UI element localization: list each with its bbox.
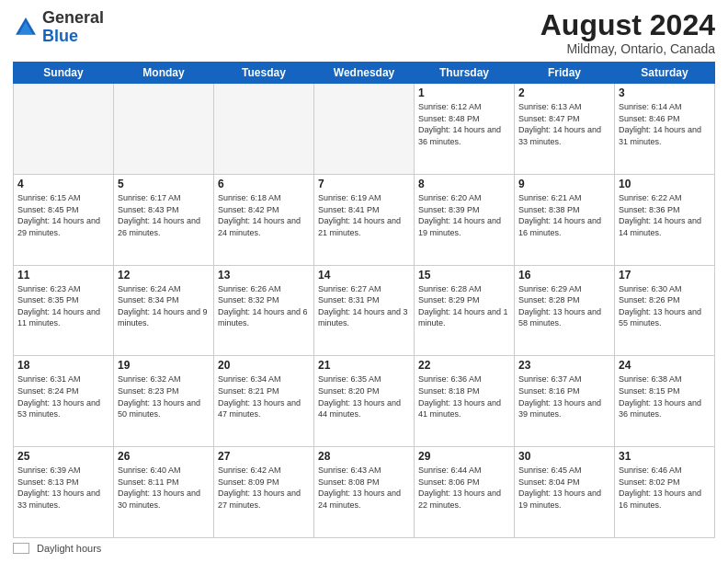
day-info: Sunrise: 6:31 AM Sunset: 8:24 PM Dayligh…: [17, 373, 109, 419]
calendar-cell: 22Sunrise: 6:36 AM Sunset: 8:18 PM Dayli…: [415, 356, 515, 447]
day-info: Sunrise: 6:39 AM Sunset: 8:13 PM Dayligh…: [17, 465, 109, 511]
day-info: Sunrise: 6:14 AM Sunset: 8:46 PM Dayligh…: [619, 101, 711, 147]
calendar-header-row: SundayMondayTuesdayWednesdayThursdayFrid…: [14, 63, 715, 84]
day-info: Sunrise: 6:23 AM Sunset: 8:35 PM Dayligh…: [17, 283, 109, 329]
day-number: 2: [518, 86, 610, 99]
page: General Blue August 2024 Mildmay, Ontari…: [0, 0, 728, 563]
calendar-cell: 16Sunrise: 6:29 AM Sunset: 8:28 PM Dayli…: [515, 265, 615, 356]
header: General Blue August 2024 Mildmay, Ontari…: [13, 9, 715, 56]
calendar-cell: 3Sunrise: 6:14 AM Sunset: 8:46 PM Daylig…: [615, 84, 715, 175]
header-tuesday: Tuesday: [214, 63, 314, 84]
calendar-cell: [14, 84, 114, 175]
subtitle: Mildmay, Ontario, Canada: [540, 41, 715, 56]
calendar-cell: [114, 84, 214, 175]
day-number: 28: [318, 450, 410, 463]
calendar-cell: 23Sunrise: 6:37 AM Sunset: 8:16 PM Dayli…: [515, 356, 615, 447]
calendar-cell: 12Sunrise: 6:24 AM Sunset: 8:34 PM Dayli…: [114, 265, 214, 356]
day-info: Sunrise: 6:15 AM Sunset: 8:45 PM Dayligh…: [17, 192, 109, 238]
day-info: Sunrise: 6:22 AM Sunset: 8:36 PM Dayligh…: [619, 192, 711, 238]
week-row-5: 25Sunrise: 6:39 AM Sunset: 8:13 PM Dayli…: [14, 447, 715, 538]
calendar-cell: 13Sunrise: 6:26 AM Sunset: 8:32 PM Dayli…: [214, 265, 314, 356]
day-number: 7: [318, 178, 410, 190]
header-friday: Friday: [515, 63, 615, 84]
day-info: Sunrise: 6:37 AM Sunset: 8:16 PM Dayligh…: [518, 373, 610, 419]
calendar-cell: 25Sunrise: 6:39 AM Sunset: 8:13 PM Dayli…: [14, 447, 114, 538]
day-number: 13: [218, 269, 310, 282]
day-info: Sunrise: 6:26 AM Sunset: 8:32 PM Dayligh…: [218, 283, 310, 329]
day-number: 12: [118, 269, 210, 282]
calendar-cell: [214, 84, 314, 175]
day-number: 6: [218, 178, 310, 190]
day-info: Sunrise: 6:43 AM Sunset: 8:08 PM Dayligh…: [318, 465, 410, 511]
day-info: Sunrise: 6:44 AM Sunset: 8:06 PM Dayligh…: [418, 465, 510, 511]
day-info: Sunrise: 6:21 AM Sunset: 8:38 PM Dayligh…: [518, 192, 610, 238]
day-number: 1: [418, 86, 510, 99]
calendar-cell: 31Sunrise: 6:46 AM Sunset: 8:02 PM Dayli…: [615, 447, 715, 538]
header-sunday: Sunday: [14, 63, 114, 84]
day-number: 24: [619, 359, 711, 372]
day-info: Sunrise: 6:35 AM Sunset: 8:20 PM Dayligh…: [318, 373, 410, 419]
logo-general: General: [42, 8, 104, 27]
day-info: Sunrise: 6:27 AM Sunset: 8:31 PM Dayligh…: [318, 283, 410, 329]
day-info: Sunrise: 6:13 AM Sunset: 8:47 PM Dayligh…: [518, 101, 610, 147]
calendar-cell: 2Sunrise: 6:13 AM Sunset: 8:47 PM Daylig…: [515, 84, 615, 175]
day-number: 10: [619, 178, 711, 190]
calendar-cell: 5Sunrise: 6:17 AM Sunset: 8:43 PM Daylig…: [114, 174, 214, 265]
day-number: 16: [518, 269, 610, 282]
day-number: 21: [318, 359, 410, 372]
day-info: Sunrise: 6:24 AM Sunset: 8:34 PM Dayligh…: [118, 283, 210, 329]
calendar-cell: 10Sunrise: 6:22 AM Sunset: 8:36 PM Dayli…: [615, 174, 715, 265]
title-block: August 2024 Mildmay, Ontario, Canada: [540, 9, 715, 56]
day-number: 9: [518, 178, 610, 190]
calendar-cell: 14Sunrise: 6:27 AM Sunset: 8:31 PM Dayli…: [314, 265, 415, 356]
day-info: Sunrise: 6:36 AM Sunset: 8:18 PM Dayligh…: [418, 373, 510, 419]
calendar-cell: 21Sunrise: 6:35 AM Sunset: 8:20 PM Dayli…: [314, 356, 415, 447]
day-info: Sunrise: 6:12 AM Sunset: 8:48 PM Dayligh…: [418, 101, 510, 147]
day-info: Sunrise: 6:18 AM Sunset: 8:42 PM Dayligh…: [218, 192, 310, 238]
calendar-cell: 19Sunrise: 6:32 AM Sunset: 8:23 PM Dayli…: [114, 356, 214, 447]
calendar-cell: 11Sunrise: 6:23 AM Sunset: 8:35 PM Dayli…: [14, 265, 114, 356]
calendar-table: SundayMondayTuesdayWednesdayThursdayFrid…: [13, 62, 715, 538]
day-number: 4: [17, 178, 109, 190]
calendar-cell: 18Sunrise: 6:31 AM Sunset: 8:24 PM Dayli…: [14, 356, 114, 447]
calendar-cell: 8Sunrise: 6:20 AM Sunset: 8:39 PM Daylig…: [415, 174, 515, 265]
legend-box: [13, 543, 29, 554]
day-info: Sunrise: 6:34 AM Sunset: 8:21 PM Dayligh…: [218, 373, 310, 419]
calendar-cell: 28Sunrise: 6:43 AM Sunset: 8:08 PM Dayli…: [314, 447, 415, 538]
calendar-cell: [314, 84, 415, 175]
legend: Daylight hours: [13, 543, 715, 554]
day-number: 3: [619, 86, 711, 99]
day-number: 17: [619, 269, 711, 282]
day-number: 11: [17, 269, 109, 282]
day-info: Sunrise: 6:40 AM Sunset: 8:11 PM Dayligh…: [118, 465, 210, 511]
calendar-cell: 9Sunrise: 6:21 AM Sunset: 8:38 PM Daylig…: [515, 174, 615, 265]
day-number: 8: [418, 178, 510, 190]
day-number: 22: [418, 359, 510, 372]
day-info: Sunrise: 6:30 AM Sunset: 8:26 PM Dayligh…: [619, 283, 711, 329]
day-number: 23: [518, 359, 610, 372]
calendar-cell: 15Sunrise: 6:28 AM Sunset: 8:29 PM Dayli…: [415, 265, 515, 356]
calendar-cell: 27Sunrise: 6:42 AM Sunset: 8:09 PM Dayli…: [214, 447, 314, 538]
day-number: 19: [118, 359, 210, 372]
day-info: Sunrise: 6:38 AM Sunset: 8:15 PM Dayligh…: [619, 373, 711, 419]
logo-text: General Blue: [42, 9, 104, 46]
logo-blue: Blue: [42, 27, 78, 45]
month-title: August 2024: [540, 9, 715, 41]
calendar-cell: 6Sunrise: 6:18 AM Sunset: 8:42 PM Daylig…: [214, 174, 314, 265]
logo-icon: [13, 15, 39, 40]
day-number: 20: [218, 359, 310, 372]
header-saturday: Saturday: [615, 63, 715, 84]
calendar-cell: 24Sunrise: 6:38 AM Sunset: 8:15 PM Dayli…: [615, 356, 715, 447]
day-number: 26: [118, 450, 210, 463]
calendar-cell: 30Sunrise: 6:45 AM Sunset: 8:04 PM Dayli…: [515, 447, 615, 538]
day-info: Sunrise: 6:46 AM Sunset: 8:02 PM Dayligh…: [619, 465, 711, 511]
day-number: 27: [218, 450, 310, 463]
day-number: 15: [418, 269, 510, 282]
day-info: Sunrise: 6:20 AM Sunset: 8:39 PM Dayligh…: [418, 192, 510, 238]
day-info: Sunrise: 6:45 AM Sunset: 8:04 PM Dayligh…: [518, 465, 610, 511]
week-row-3: 11Sunrise: 6:23 AM Sunset: 8:35 PM Dayli…: [14, 265, 715, 356]
day-number: 30: [518, 450, 610, 463]
calendar-cell: 7Sunrise: 6:19 AM Sunset: 8:41 PM Daylig…: [314, 174, 415, 265]
calendar-cell: 29Sunrise: 6:44 AM Sunset: 8:06 PM Dayli…: [415, 447, 515, 538]
week-row-1: 1Sunrise: 6:12 AM Sunset: 8:48 PM Daylig…: [14, 84, 715, 175]
